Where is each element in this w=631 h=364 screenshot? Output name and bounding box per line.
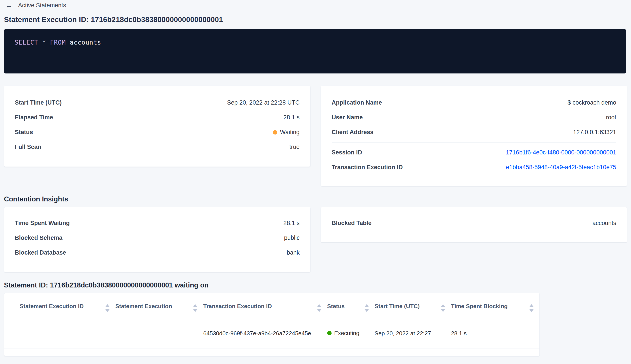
contention-row-blocked-database: Blocked Database bank [15,245,300,260]
column-header-statement-execution-id[interactable]: Statement Execution ID [20,303,116,318]
back-link-label: Active Statements [18,2,66,9]
row-label: Time Spent Waiting [15,220,70,226]
page-title: Statement Execution ID: 1716b218dc0b3838… [4,16,627,24]
row-value: 28.1 s [283,220,300,226]
row-label: Status [15,129,33,136]
session-card: Application Name $ cockroach demo User N… [321,86,627,186]
sql-keyword: FROM [50,39,66,46]
cell-status: Executing [327,330,375,337]
row-label: Blocked Schema [15,234,62,241]
column-header-statement-execution[interactable]: Statement Execution [116,303,204,318]
sort-arrows-icon [440,304,446,312]
status-text: Executing [334,330,360,337]
contention-right-card: Blocked Table accounts [321,207,627,242]
row-label: Blocked Table [332,220,372,226]
status-text: Waiting [280,129,300,136]
column-header-status[interactable]: Status [327,303,375,318]
cell-transaction-execution-id: 64530d0c-969f-437e-a9b4-26a72245e45e [203,330,327,337]
table-header-row: Statement Execution ID Statement Executi… [4,293,540,318]
column-header-label: Status [327,303,344,312]
column-header-label: Transaction Execution ID [203,303,272,312]
column-header-label: Start Time (UTC) [375,303,420,312]
row-value: Sep 20, 2022 at 22:28 UTC [227,99,300,106]
contention-row-blocked-table: Blocked Table accounts [332,216,616,230]
row-label: Elapsed Time [15,114,53,121]
row-value: 28.1 s [283,114,300,121]
row-value: $ cockroach demo [568,99,616,106]
row-label: Transaction Execution ID [332,164,403,171]
row-value: public [284,234,300,241]
status-badge: Executing [327,330,360,337]
transaction-execution-id-link[interactable]: e1bba458-5948-40a9-a42f-5feac1b10e75 [506,164,616,171]
card-divider [332,142,616,142]
table-row: 64530d0c-969f-437e-a9b4-26a72245e45e Exe… [4,318,540,349]
sql-statement-box: SELECT * FROM accounts [4,29,626,74]
statement-execution-page: ← Active Statements Statement Execution … [0,0,631,356]
contention-row-blocked-schema: Blocked Schema public [15,230,300,245]
sql-keyword: SELECT [14,39,38,46]
overview-row-start-time: Start Time (UTC) Sep 20, 2022 at 22:28 U… [15,95,300,110]
row-value: 127.0.0.1:63321 [573,129,616,136]
overview-card: Start Time (UTC) Sep 20, 2022 at 22:28 U… [4,86,310,167]
cell-start-time: Sep 20, 2022 at 22:27 [375,330,451,337]
sort-arrows-icon [105,304,110,312]
column-header-label: Time Spent Blocking [451,303,508,312]
session-row-client-address: Client Address 127.0.0.1:63321 [332,125,616,140]
sort-arrows-icon [364,304,369,312]
overview-row-elapsed-time: Elapsed Time 28.1 s [15,110,300,125]
session-row-application-name: Application Name $ cockroach demo [332,95,616,110]
row-label: Application Name [332,99,382,106]
sql-token: accounts [70,39,101,46]
sort-arrows-icon [193,304,198,312]
row-label: Session ID [332,149,362,156]
contention-left-card: Time Spent Waiting 28.1 s Blocked Schema… [4,207,310,272]
waiting-status-dot-icon [273,130,277,134]
sql-statement-text: SELECT * FROM accounts [14,39,616,46]
row-value: accounts [592,220,616,226]
back-arrow-icon: ← [5,2,12,9]
column-header-transaction-execution-id[interactable]: Transaction Execution ID [203,303,327,318]
row-value: root [606,114,616,121]
row-value: true [289,144,300,150]
session-row-session-id: Session ID 1716b1f6-4e0c-f480-0000-00000… [332,145,616,160]
contention-row-time-spent-waiting: Time Spent Waiting 28.1 s [15,216,300,230]
column-header-start-time[interactable]: Start Time (UTC) [375,303,451,318]
row-label: Client Address [332,129,374,136]
contention-insights-heading: Contention Insights [4,195,627,203]
row-label: Blocked Database [15,249,66,256]
sort-arrows-icon [317,304,322,312]
row-label: Full Scan [15,144,41,150]
session-id-link[interactable]: 1716b1f6-4e0c-f480-0000-000000000001 [506,149,616,156]
row-label: User Name [332,114,363,121]
session-row-transaction-execution-id: Transaction Execution ID e1bba458-5948-4… [332,160,616,175]
executing-status-dot-icon [327,331,332,335]
cell-time-spent-blocking: 28.1 s [451,330,540,337]
overview-row-status: Status Waiting [15,125,300,140]
back-link-active-statements[interactable]: ← Active Statements [4,2,66,9]
column-header-label: Statement Execution [116,303,172,312]
row-label: Start Time (UTC) [15,99,62,106]
overview-row-full-scan: Full Scan true [15,140,300,154]
waiting-on-heading: Statement ID: 1716b218dc0b38380000000000… [4,281,627,289]
sort-arrows-icon [529,304,534,312]
session-row-user-name: User Name root [332,110,616,125]
sql-token: * [42,39,46,46]
row-value: bank [286,249,300,256]
status-badge: Waiting [273,129,300,136]
waiting-statements-table: Statement Execution ID Statement Executi… [4,293,540,356]
column-header-time-spent-blocking[interactable]: Time Spent Blocking [451,303,540,318]
column-header-label: Statement Execution ID [20,303,84,312]
